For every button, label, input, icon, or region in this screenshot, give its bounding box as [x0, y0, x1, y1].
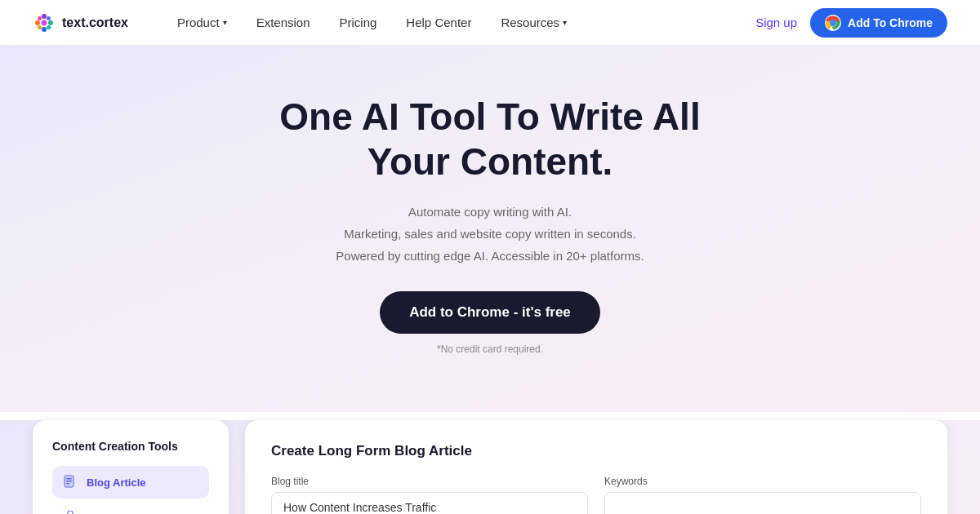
- logo[interactable]: text.cortex: [33, 11, 128, 34]
- cards-row: Content Creation Tools Blog Article: [0, 420, 980, 514]
- nav-item-resources[interactable]: Resources ▾: [501, 16, 567, 29]
- nav-links: Product ▾ Extension Pricing Help Center …: [177, 16, 755, 29]
- navbar: text.cortex Product ▾ Extension Pricing …: [0, 0, 980, 46]
- product-descriptions-icon: [62, 510, 78, 514]
- svg-point-5: [38, 16, 42, 20]
- svg-point-11: [831, 20, 835, 25]
- svg-point-6: [47, 16, 51, 20]
- nav-item-pricing[interactable]: Pricing: [340, 16, 377, 29]
- signup-link[interactable]: Sign up: [755, 16, 797, 29]
- chevron-down-icon: ▾: [563, 18, 567, 27]
- hero-title: One AI Tool To Write All Your Content.: [33, 95, 947, 184]
- hero-subtitle: Automate copy writing with AI. Marketing…: [33, 201, 947, 267]
- tool-item-product-descriptions[interactable]: Product Descriptions: [52, 502, 209, 514]
- tool-label-blog-article: Blog Article: [87, 476, 145, 489]
- nav-item-extension[interactable]: Extension: [256, 16, 310, 29]
- form-row: Blog title Keywords Hint: Type and press…: [271, 476, 921, 514]
- logo-text: text.cortex: [62, 16, 128, 30]
- blog-title-input[interactable]: [271, 492, 588, 514]
- svg-point-1: [42, 14, 47, 19]
- logo-icon: [33, 11, 56, 34]
- svg-point-3: [35, 20, 40, 25]
- hero-section: One AI Tool To Write All Your Content. A…: [0, 46, 980, 412]
- nav-item-product[interactable]: Product ▾: [177, 16, 227, 29]
- chrome-icon: [825, 15, 841, 31]
- svg-point-8: [47, 25, 51, 29]
- tool-item-blog-article[interactable]: Blog Article: [52, 466, 209, 498]
- blog-title-group: Blog title: [271, 476, 588, 514]
- svg-point-2: [42, 27, 47, 32]
- keywords-label: Keywords: [604, 476, 921, 487]
- blog-title-label: Blog title: [271, 476, 588, 487]
- svg-point-7: [38, 25, 42, 29]
- chevron-down-icon: ▾: [223, 18, 227, 27]
- svg-point-0: [42, 20, 47, 25]
- svg-rect-13: [66, 478, 72, 480]
- cta-button[interactable]: Add to Chrome - it's free: [380, 291, 600, 334]
- svg-rect-14: [66, 481, 72, 482]
- left-card-title: Content Creation Tools: [52, 440, 209, 453]
- svg-point-4: [48, 20, 53, 25]
- keywords-group: Keywords Hint: Type and press enter: [604, 476, 921, 514]
- nav-actions: Sign up Add To Chrome: [755, 8, 947, 38]
- right-card-title: Create Long Form Blog Article: [271, 443, 921, 459]
- add-to-chrome-button[interactable]: Add To Chrome: [810, 8, 947, 38]
- left-card: Content Creation Tools Blog Article: [33, 420, 229, 514]
- right-card: Create Long Form Blog Article Blog title…: [245, 420, 947, 514]
- no-cc-text: *No credit card required.: [33, 343, 947, 355]
- keywords-input[interactable]: [604, 492, 921, 514]
- nav-item-helpcenter[interactable]: Help Center: [406, 16, 471, 29]
- blog-article-icon: [62, 474, 78, 490]
- svg-rect-15: [66, 483, 69, 485]
